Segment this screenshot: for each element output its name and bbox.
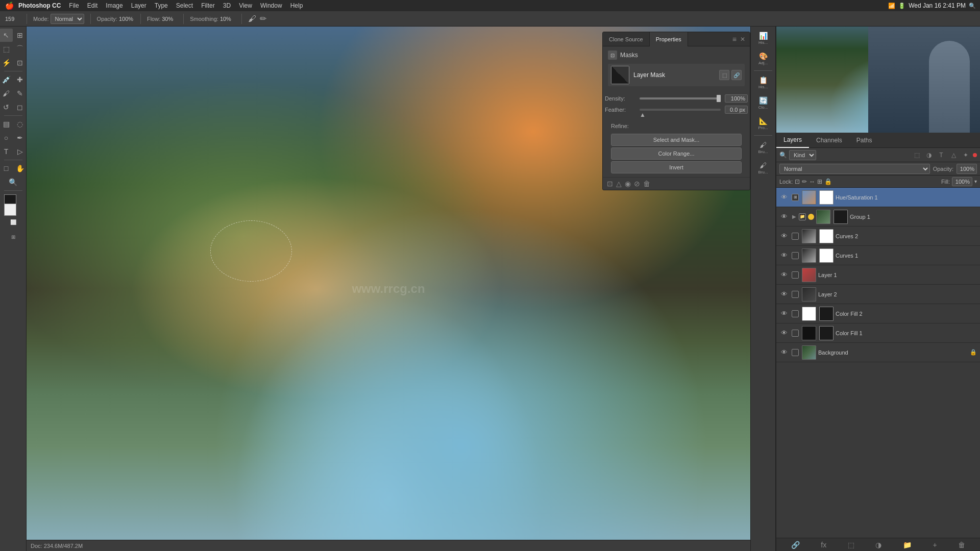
pixel-mask-icon[interactable]: ⊡ [607, 180, 613, 188]
new-layer-icon[interactable]: + [933, 541, 937, 549]
layer-visibility-layer2[interactable]: 👁 [779, 290, 789, 299]
menu-help[interactable]: Help [286, 0, 307, 11]
rectangular-marquee-tool[interactable]: ⬚ [0, 42, 13, 56]
mode-select[interactable]: Normal [51, 14, 84, 24]
tab-layers[interactable]: Layers [776, 133, 809, 148]
feather-slider[interactable]: ▲ [640, 106, 721, 113]
magic-wand-tool[interactable]: ⚡ [0, 56, 13, 69]
panel-menu-icon[interactable]: ≡ [732, 35, 737, 43]
tab-paths[interactable]: Paths [849, 133, 879, 148]
blur-tool[interactable]: ◌ [13, 117, 27, 131]
menu-file[interactable]: File [65, 0, 83, 11]
brush-tool[interactable]: 🖌 [0, 87, 13, 100]
layer-effects-icon[interactable]: fx [821, 541, 826, 549]
history-brush-tool[interactable]: ↺ [0, 101, 13, 114]
fill-input[interactable]: 100% [952, 177, 972, 186]
layer-visibility-curves2[interactable]: 👁 [779, 232, 789, 241]
spot-heal-tool[interactable]: ✚ [13, 73, 27, 86]
layer-visibility-layer1[interactable]: 👁 [779, 270, 789, 280]
menu-type[interactable]: Type [151, 0, 172, 11]
density-slider[interactable] [640, 95, 721, 102]
layer-item-curves1[interactable]: 👁 Curves 1 [776, 246, 980, 265]
unlink-icon[interactable]: ⊘ [634, 180, 640, 188]
lock-move-icon[interactable]: ↔ [809, 178, 815, 185]
menu-filter[interactable]: Filter [197, 0, 219, 11]
gradient-tool[interactable]: ▤ [0, 117, 13, 131]
zoom-tool[interactable]: 🔍 [7, 176, 20, 189]
crop-tool[interactable]: ⊡ [13, 56, 27, 69]
quick-mask-icon[interactable]: ⬜ [7, 215, 20, 229]
layer-visibility-colorfill2[interactable]: 👁 [779, 309, 789, 318]
eraser-tool[interactable]: ◻ [13, 101, 27, 114]
artboard-tool[interactable]: ⊞ [13, 29, 27, 42]
link-layers-icon[interactable]: 🔗 [791, 541, 800, 549]
layer-item-colorfill2[interactable]: 👁 Color Fill 2 [776, 304, 980, 323]
layer-item-curves2[interactable]: 👁 Curves 2 [776, 227, 980, 246]
layer-item-group1[interactable]: 👁 ▶ 📁 Group 1 [776, 207, 980, 227]
search-icon[interactable]: 🔍 [969, 3, 976, 9]
lock-brush-icon[interactable]: ✏ [802, 178, 807, 185]
opacity-input[interactable]: 100% [957, 164, 977, 174]
filter-shape-icon[interactable]: △ [948, 150, 959, 160]
layer-visibility-colorfill1[interactable]: 👁 [779, 329, 789, 338]
brush-size-input[interactable]: 159 [3, 13, 22, 25]
blend-mode-select[interactable]: Normal [779, 164, 930, 174]
panel-close-button[interactable]: ✕ [739, 35, 747, 43]
layer-list[interactable]: 👁 ⊞ Hue/Saturation 1 👁 ▶ 📁 [776, 188, 980, 538]
color-range-button[interactable]: Color Range... [611, 147, 742, 160]
feather-value[interactable]: 0.0 px [725, 106, 748, 114]
delete-mask-icon[interactable]: 🗑 [643, 180, 650, 188]
filter-pixel-icon[interactable]: ⬚ [912, 150, 922, 160]
layer-mask-icon[interactable]: ⬚ [848, 541, 854, 549]
layer-item-layer2[interactable]: 👁 Layer 2 [776, 285, 980, 304]
eye-icon[interactable]: ◉ [625, 180, 631, 188]
eyedropper-tool[interactable]: 💉 [0, 73, 13, 86]
invert-button[interactable]: Invert [611, 161, 742, 173]
mini-panel-histogram[interactable]: 📋 His... [753, 73, 773, 92]
move-tool[interactable]: ↖ [0, 29, 13, 42]
vector-mask-icon[interactable]: △ [616, 180, 622, 188]
layer-item-layer1[interactable]: 👁 Layer 1 [776, 265, 980, 285]
menu-edit[interactable]: Edit [83, 0, 102, 11]
mini-panel-brush1[interactable]: 🖌 Bru... [753, 138, 773, 157]
airbrush-icon[interactable]: 🖌 [248, 14, 256, 23]
delete-layer-icon[interactable]: 🗑 [958, 541, 965, 549]
mini-panel-history[interactable]: 📊 His... [753, 29, 773, 48]
filter-adj-icon[interactable]: ◑ [924, 150, 934, 160]
layer-visibility-curves1[interactable]: 👁 [779, 251, 789, 260]
rectangle-tool[interactable]: □ [0, 162, 13, 175]
menu-view[interactable]: View [235, 0, 256, 11]
filter-kind-select[interactable]: Kind [789, 150, 816, 160]
select-and-mask-button[interactable]: Select and Mask... [611, 134, 742, 146]
lock-all-icon[interactable]: 🔒 [824, 178, 832, 185]
lock-artboard-icon[interactable]: ⊞ [817, 178, 822, 185]
mini-panel-properties[interactable]: 📐 Pro... [753, 114, 773, 133]
group-expand-icon[interactable]: ▶ [791, 213, 798, 220]
filter-smart-icon[interactable]: ✦ [961, 150, 971, 160]
pen-tool[interactable]: ✒ [13, 131, 27, 144]
navigator-preview[interactable] [776, 13, 980, 133]
mini-panel-adjustments[interactable]: 🎨 Adj... [753, 49, 773, 68]
background-color[interactable] [4, 204, 16, 216]
screen-mode-icon[interactable]: ⊞ [7, 230, 20, 243]
menu-layer[interactable]: Layer [127, 0, 151, 11]
mask-apply-button[interactable]: ⬚ [719, 70, 729, 80]
density-value[interactable]: 100% [725, 94, 748, 103]
layer-item-hue-saturation[interactable]: 👁 ⊞ Hue/Saturation 1 [776, 188, 980, 207]
density-thumb[interactable] [717, 95, 721, 102]
layer-visibility-group1[interactable]: 👁 [779, 212, 789, 221]
new-group-icon[interactable]: 📁 [903, 541, 912, 549]
mask-link-button[interactable]: 🔗 [731, 70, 742, 80]
dodge-tool[interactable]: ○ [0, 131, 13, 144]
layer-visibility-hue[interactable]: 👁 [779, 193, 789, 202]
apple-menu[interactable]: 🍎 [4, 0, 14, 11]
filter-type-icon[interactable]: T [936, 150, 946, 160]
fill-layer-icon[interactable]: ◑ [875, 541, 881, 549]
lock-checkerboard-icon[interactable]: ⊡ [795, 178, 800, 185]
layer-item-background[interactable]: 👁 Background 🔒 [776, 343, 980, 362]
layer-visibility-background[interactable]: 👁 [779, 348, 789, 357]
smudge-icon[interactable]: ✏ [260, 14, 266, 23]
tab-channels[interactable]: Channels [809, 133, 849, 148]
menu-3d[interactable]: 3D [219, 0, 235, 11]
clone-stamp-tool[interactable]: ✎ [13, 87, 27, 100]
